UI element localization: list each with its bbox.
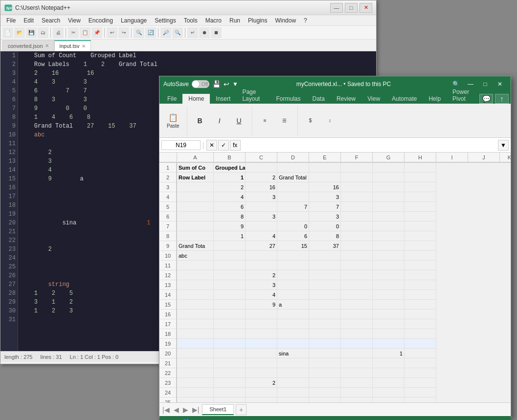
table-cell[interactable] bbox=[405, 251, 436, 261]
table-cell[interactable]: 6 bbox=[277, 231, 309, 241]
xl-row-number[interactable]: 3 bbox=[159, 182, 177, 192]
table-cell[interactable] bbox=[277, 368, 309, 378]
table-cell[interactable] bbox=[214, 270, 246, 280]
col-header-d[interactable]: D bbox=[277, 153, 309, 162]
table-cell[interactable] bbox=[341, 300, 373, 309]
table-cell[interactable] bbox=[373, 182, 405, 192]
ribbon-tab-file[interactable]: File bbox=[161, 94, 182, 104]
menu-view[interactable]: View bbox=[64, 16, 85, 25]
ribbon-tab-home[interactable]: Home bbox=[182, 94, 210, 104]
menu-run[interactable]: Run bbox=[225, 16, 244, 25]
wrap-button[interactable]: ↵ bbox=[187, 27, 198, 38]
table-cell[interactable] bbox=[405, 221, 436, 231]
xl-row-number[interactable]: 11 bbox=[159, 261, 177, 270]
xl-row-number[interactable]: 21 bbox=[159, 358, 177, 368]
comments-button[interactable]: 💬 bbox=[479, 94, 493, 104]
table-cell[interactable]: Grand Tota bbox=[177, 241, 214, 251]
table-cell[interactable] bbox=[277, 182, 309, 192]
table-cell[interactable] bbox=[341, 221, 373, 231]
table-cell[interactable]: Row Label bbox=[177, 173, 214, 182]
table-cell[interactable] bbox=[309, 163, 341, 173]
xl-row-number[interactable]: 6 bbox=[159, 212, 177, 221]
table-cell[interactable] bbox=[246, 221, 277, 231]
table-cell[interactable] bbox=[177, 329, 214, 339]
table-cell[interactable] bbox=[177, 202, 214, 212]
table-cell[interactable] bbox=[373, 231, 405, 241]
table-cell[interactable]: 16 bbox=[246, 182, 277, 192]
table-cell[interactable]: 3 bbox=[246, 192, 277, 202]
table-cell[interactable] bbox=[177, 378, 214, 388]
table-cell[interactable] bbox=[373, 339, 405, 349]
more-icon[interactable]: ▼ bbox=[232, 81, 238, 88]
table-cell[interactable] bbox=[309, 349, 341, 358]
table-cell[interactable] bbox=[246, 319, 277, 329]
ribbon-tab-insert[interactable]: Insert bbox=[210, 94, 236, 104]
table-cell[interactable] bbox=[373, 261, 405, 270]
table-cell[interactable] bbox=[177, 388, 214, 398]
table-cell[interactable] bbox=[277, 163, 309, 173]
table-cell[interactable] bbox=[214, 319, 246, 329]
table-cell[interactable] bbox=[246, 349, 277, 358]
table-cell[interactable] bbox=[246, 398, 277, 402]
table-cell[interactable] bbox=[214, 309, 246, 319]
table-cell[interactable] bbox=[405, 290, 436, 300]
table-cell[interactable]: 1 bbox=[214, 173, 246, 182]
xl-row-number[interactable]: 22 bbox=[159, 368, 177, 378]
table-cell[interactable]: 4 bbox=[214, 192, 246, 202]
table-cell[interactable] bbox=[373, 221, 405, 231]
table-cell[interactable] bbox=[405, 358, 436, 368]
menu-plugins[interactable]: Plugins bbox=[244, 16, 271, 25]
table-cell[interactable] bbox=[246, 261, 277, 270]
table-cell[interactable] bbox=[341, 358, 373, 368]
table-cell[interactable]: 1 bbox=[214, 231, 246, 241]
table-cell[interactable] bbox=[405, 398, 436, 402]
table-cell[interactable] bbox=[405, 270, 436, 280]
confirm-formula-btn[interactable]: ✓ bbox=[218, 140, 229, 151]
col-header-c[interactable]: C bbox=[246, 153, 277, 162]
table-cell[interactable] bbox=[341, 202, 373, 212]
table-cell[interactable] bbox=[341, 192, 373, 202]
ribbon-tab-help[interactable]: Help bbox=[423, 94, 447, 104]
menu-window[interactable]: Window bbox=[271, 16, 300, 25]
table-cell[interactable] bbox=[309, 251, 341, 261]
table-cell[interactable]: Grand Total bbox=[277, 173, 309, 182]
xl-row-number[interactable]: 20 bbox=[159, 349, 177, 358]
tab-input-tsv-close[interactable]: ✕ bbox=[82, 44, 86, 49]
table-cell[interactable] bbox=[373, 212, 405, 221]
print-button[interactable]: 🖨 bbox=[53, 27, 64, 38]
minimize-button[interactable]: — bbox=[330, 3, 343, 13]
table-cell[interactable]: 3 bbox=[309, 212, 341, 221]
save-button[interactable]: 💾 bbox=[26, 27, 37, 38]
menu-help[interactable]: ? bbox=[300, 16, 311, 25]
table-cell[interactable]: 1 bbox=[373, 349, 405, 358]
menu-macro[interactable]: Macro bbox=[202, 16, 225, 25]
table-cell[interactable] bbox=[341, 378, 373, 388]
xl-formula-input[interactable] bbox=[243, 141, 496, 150]
table-cell[interactable] bbox=[277, 339, 309, 349]
table-cell[interactable] bbox=[373, 202, 405, 212]
xl-row-number[interactable]: 8 bbox=[159, 231, 177, 241]
xl-row-number[interactable]: 12 bbox=[159, 270, 177, 280]
table-cell[interactable] bbox=[373, 319, 405, 329]
table-cell[interactable] bbox=[246, 329, 277, 339]
table-cell[interactable] bbox=[214, 280, 246, 290]
table-cell[interactable] bbox=[373, 270, 405, 280]
table-cell[interactable] bbox=[309, 319, 341, 329]
table-cell[interactable] bbox=[177, 339, 214, 349]
ribbon-tab-review[interactable]: Review bbox=[331, 94, 361, 104]
table-cell[interactable]: abc bbox=[177, 251, 214, 261]
table-cell[interactable] bbox=[341, 290, 373, 300]
table-cell[interactable] bbox=[277, 261, 309, 270]
menu-search[interactable]: Search bbox=[38, 16, 64, 25]
replace-button[interactable]: 🔄 bbox=[145, 27, 156, 38]
table-cell[interactable] bbox=[177, 349, 214, 358]
table-cell[interactable] bbox=[214, 290, 246, 300]
table-cell[interactable] bbox=[373, 290, 405, 300]
table-cell[interactable] bbox=[373, 358, 405, 368]
table-cell[interactable] bbox=[177, 300, 214, 309]
ribbon-tab-powerpivot[interactable]: Power Pivot bbox=[447, 87, 479, 104]
xl-row-number[interactable]: 19 bbox=[159, 339, 177, 349]
xl-row-number[interactable]: 1 bbox=[159, 163, 177, 173]
ribbon-tab-pagelayout[interactable]: Page Layout bbox=[236, 87, 270, 104]
col-header-g[interactable]: G bbox=[373, 153, 405, 162]
